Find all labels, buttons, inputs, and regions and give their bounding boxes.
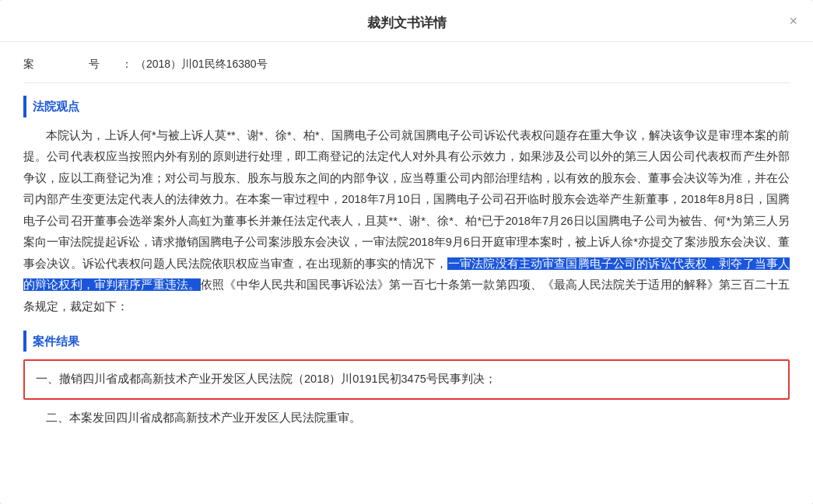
case-result-item-2: 二、本案发回四川省成都高新技术产业开发区人民法院重审。: [23, 408, 790, 429]
case-number-label: 案 号：: [23, 58, 154, 70]
case-number-value: （2018）川01民终16380号: [135, 58, 268, 70]
case-number-row: 案 号： （2018）川01民终16380号: [23, 54, 790, 83]
case-result-title: 案件结果: [23, 331, 790, 352]
court-view-content: 本院认为，上诉人何*与被上诉人莫**、谢*、徐*、柏*、国腾电子公司就国腾电子公…: [23, 125, 790, 318]
court-view-section: 法院观点 本院认为，上诉人何*与被上诉人莫**、谢*、徐*、柏*、国腾电子公司就…: [23, 96, 790, 318]
court-view-title: 法院观点: [23, 96, 790, 117]
case-result-item-1: 一、撤销四川省成都高新技术产业开发区人民法院（2018）川0191民初3475号…: [36, 373, 496, 385]
dialog-container: 裁判文书详情 × 案 号： （2018）川01民终16380号 法院观点 本院认…: [0, 0, 813, 504]
case-result-item-1-box: 一、撤销四川省成都高新技术产业开发区人民法院（2018）川0191民初3475号…: [23, 359, 790, 400]
dialog-body: 案 号： （2018）川01民终16380号 法院观点 本院认为，上诉人何*与被…: [0, 42, 813, 504]
dialog-header: 裁判文书详情 ×: [0, 0, 813, 42]
case-result-section: 案件结果 一、撤销四川省成都高新技术产业开发区人民法院（2018）川0191民初…: [23, 331, 790, 429]
court-view-text-1: 本院认为，上诉人何*与被上诉人莫**、谢*、徐*、柏*、国腾电子公司就国腾电子公…: [23, 129, 790, 270]
close-button[interactable]: ×: [789, 14, 797, 28]
dialog-title: 裁判文书详情: [367, 16, 447, 30]
